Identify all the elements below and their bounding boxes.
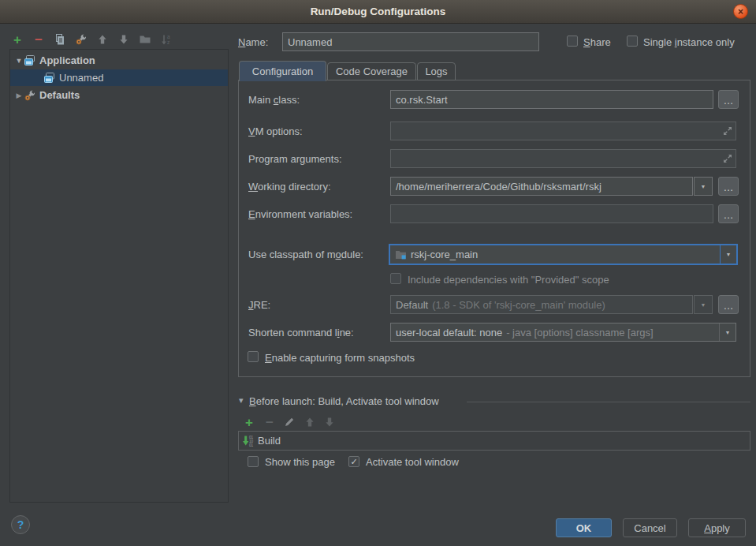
working-directory-input[interactable] xyxy=(390,177,693,196)
enable-capturing-label: Enable capturing form snapshots xyxy=(265,352,415,364)
remove-configuration-button[interactable]: − xyxy=(32,32,46,47)
close-icon: × xyxy=(738,7,743,17)
edit-defaults-button[interactable] xyxy=(74,32,88,47)
before-launch-task-list: 01 10 01 Build xyxy=(238,431,750,451)
activate-tool-window-checkbox[interactable]: ✓ xyxy=(348,456,359,467)
run-debug-configurations-dialog: Run/Debug Configurations × + − a z xyxy=(0,0,756,546)
ellipsis-icon: … xyxy=(724,99,734,103)
ellipsis-icon: … xyxy=(724,213,734,217)
arrow-up-icon xyxy=(304,416,316,428)
tab-configuration[interactable]: Configuration xyxy=(239,61,326,81)
main-class-label: Main class: xyxy=(248,94,300,106)
before-launch-collapse-icon[interactable]: ▾ xyxy=(239,395,244,406)
use-classpath-combobox[interactable]: rskj-core_main ▼ xyxy=(389,244,738,265)
activate-tool-window-label: Activate tool window xyxy=(366,456,459,468)
move-up-button[interactable] xyxy=(95,32,110,47)
diagonal-expand-icon[interactable] xyxy=(721,125,734,137)
shorten-command-line-combobox[interactable]: user-local default: none - java [options… xyxy=(390,323,736,342)
before-launch-add-button[interactable]: + xyxy=(242,415,256,429)
before-launch-move-up-button[interactable] xyxy=(303,415,317,429)
folder-icon xyxy=(139,33,151,46)
include-dependencies-checkbox[interactable] xyxy=(390,273,401,284)
program-arguments-input[interactable] xyxy=(390,149,736,168)
main-class-input[interactable] xyxy=(390,90,713,109)
svg-text:a: a xyxy=(167,34,170,39)
chevron-down-icon: ▼ xyxy=(701,184,706,189)
share-checkbox[interactable] xyxy=(567,36,578,47)
combo-arrow[interactable]: ▼ xyxy=(720,245,736,264)
single-instance-label: Single instance only xyxy=(643,36,735,48)
help-button[interactable]: ? xyxy=(11,515,30,534)
build-arrow-binary-icon: 01 10 01 xyxy=(242,435,255,447)
tree-item-defaults[interactable]: ▶ Defaults xyxy=(10,87,228,103)
include-dependencies-label: Include dependencies with "Provided" sco… xyxy=(408,274,609,286)
chevron-down-icon: ▼ xyxy=(725,330,731,335)
ellipsis-icon: … xyxy=(724,185,734,189)
add-configuration-button[interactable]: + xyxy=(10,32,24,47)
vm-options-label: VM options: xyxy=(248,125,303,137)
working-directory-label: Working directory: xyxy=(248,181,331,193)
minus-icon: − xyxy=(35,33,43,47)
arrow-up-icon xyxy=(96,33,109,46)
working-directory-browse-button[interactable]: … xyxy=(718,177,739,196)
shorten-command-line-label: Shorten command line: xyxy=(248,327,354,338)
before-launch-move-down-button[interactable] xyxy=(322,415,337,429)
tree-item-application[interactable]: ▼ Application xyxy=(10,52,228,69)
configurations-tree: ▼ Application Unnamed ▶ Defaults xyxy=(9,49,229,503)
jre-dropdown-button[interactable]: ▼ xyxy=(694,295,713,314)
chevron-down-icon: ▼ xyxy=(701,302,706,308)
show-this-page-checkbox[interactable] xyxy=(248,456,259,467)
name-input[interactable] xyxy=(282,32,539,51)
svg-text:z: z xyxy=(167,39,169,45)
use-classpath-label: Use classpath of module: xyxy=(248,249,363,260)
diagonal-expand-icon[interactable] xyxy=(721,152,734,165)
sort-configurations-button[interactable]: a z xyxy=(159,32,173,47)
arrow-down-icon xyxy=(323,416,336,428)
name-label: Name: xyxy=(238,36,268,48)
wrench-gear-icon xyxy=(24,89,36,102)
vm-options-input[interactable] xyxy=(390,122,736,140)
ellipsis-icon: … xyxy=(724,304,734,308)
apply-button[interactable]: Apply xyxy=(688,518,746,537)
cancel-button[interactable]: Cancel xyxy=(623,518,677,537)
share-label: Share xyxy=(583,36,611,48)
before-launch-edit-button[interactable] xyxy=(282,415,296,429)
program-arguments-label: Program arguments: xyxy=(248,153,342,165)
before-launch-title: Before launch: Build, Activate tool wind… xyxy=(249,395,439,407)
before-launch-remove-button[interactable]: − xyxy=(263,415,277,429)
environment-variables-browse-button[interactable]: … xyxy=(718,204,739,223)
wrench-gear-icon xyxy=(75,33,88,46)
arrow-down-icon xyxy=(117,33,130,46)
svg-text:01: 01 xyxy=(249,443,254,447)
window-title: Run/Debug Configurations xyxy=(311,6,446,17)
jre-combobox[interactable]: Default (1.8 - SDK of 'rskj-core_main' m… xyxy=(390,295,693,314)
close-button[interactable]: × xyxy=(733,4,748,19)
tab-logs[interactable]: Logs xyxy=(417,62,456,80)
plus-icon: + xyxy=(13,33,21,47)
tree-item-unnamed[interactable]: Unnamed xyxy=(10,69,228,86)
copy-configuration-button[interactable] xyxy=(53,32,67,47)
copy-icon xyxy=(54,33,66,46)
module-folder-icon xyxy=(395,249,407,260)
check-icon: ✓ xyxy=(350,458,357,466)
show-this-page-label: Show this page xyxy=(265,456,335,468)
application-windows-icon xyxy=(43,72,56,84)
jre-browse-button[interactable]: … xyxy=(718,295,739,314)
plus-icon: + xyxy=(245,416,253,429)
tab-code-coverage[interactable]: Code Coverage xyxy=(327,62,416,80)
pencil-icon xyxy=(283,416,296,428)
chevron-right-icon: ▶ xyxy=(14,92,24,99)
combo-arrow[interactable]: ▼ xyxy=(719,323,736,341)
task-item-build[interactable]: 01 10 01 Build xyxy=(239,432,750,450)
working-directory-history-button[interactable]: ▼ xyxy=(694,177,713,196)
environment-variables-input[interactable] xyxy=(390,204,713,223)
move-down-button[interactable] xyxy=(117,32,131,47)
sort-az-icon: a z xyxy=(160,33,173,46)
create-folder-button[interactable] xyxy=(138,32,152,47)
main-class-browse-button[interactable]: … xyxy=(718,90,739,109)
enable-capturing-checkbox[interactable] xyxy=(248,351,259,362)
chevron-down-icon: ▼ xyxy=(14,57,24,65)
titlebar[interactable]: Run/Debug Configurations × xyxy=(0,0,756,24)
ok-button[interactable]: OK xyxy=(556,518,612,537)
single-instance-checkbox[interactable] xyxy=(627,36,638,47)
